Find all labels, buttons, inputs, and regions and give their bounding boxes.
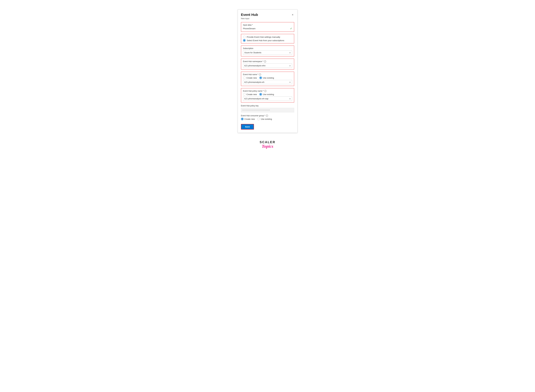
dialog-title: Event Hub	[241, 13, 258, 17]
dialog-body: Input alias * ✓ Provide Event Hub settin…	[238, 22, 297, 133]
policy-name-select[interactable]: k21-phoneanalysis-eh-sap ∨	[243, 97, 292, 101]
hub-name-chevron-icon: ∨	[289, 81, 291, 83]
consumer-group-info-icon[interactable]: i	[266, 115, 268, 117]
valid-check-icon: ✓	[290, 27, 292, 30]
dialog-subtitle: New input	[238, 18, 297, 22]
subscription-value: Azure for Students	[244, 51, 261, 54]
policy-name-create-option[interactable]: Create new	[243, 93, 257, 96]
provide-manual-radio[interactable]	[243, 36, 246, 38]
policy-name-existing-radio[interactable]	[259, 93, 262, 96]
hub-name-existing-label: Use existing	[263, 77, 274, 79]
namespace-info-icon[interactable]: i	[264, 60, 266, 63]
hub-name-existing-option[interactable]: Use existing	[259, 77, 274, 79]
input-alias-label: Input alias *	[243, 24, 292, 26]
dialog-header: Event Hub ×	[238, 9, 297, 18]
namespace-select[interactable]: k21-phoneanalysis-ehn ∨	[243, 64, 292, 68]
branding-scaler-text: SCALER	[260, 140, 275, 144]
policy-name-group: Event Hub policy name * i Create new Use…	[241, 88, 294, 103]
policy-name-label: Event Hub policy name * i	[243, 90, 292, 92]
policy-key-label: Event Hub policy key	[241, 105, 294, 107]
source-selection-group: Provide Event Hub settings manually Sele…	[241, 34, 294, 43]
subscription-group: Subscription Azure for Students ∨	[241, 46, 294, 56]
source-radio-group: Provide Event Hub settings manually Sele…	[243, 36, 292, 42]
select-subscription-option[interactable]: Select Event Hub from your subscriptions	[243, 39, 292, 42]
consumer-group-existing-radio[interactable]	[257, 118, 260, 120]
policy-name-radio-group: Create new Use existing	[243, 93, 292, 96]
consumer-group-create-option[interactable]: Create new	[241, 118, 255, 120]
hub-name-create-radio[interactable]	[243, 77, 246, 79]
branding-section: SCALER Topics	[260, 140, 275, 149]
subscription-chevron-icon: ∨	[289, 51, 291, 54]
input-alias-row: ✓	[243, 27, 292, 30]
select-subscription-label: Select Event Hub from your subscriptions	[247, 39, 284, 42]
select-subscription-radio[interactable]	[243, 39, 246, 42]
policy-name-existing-label: Use existing	[263, 93, 274, 96]
event-hub-dialog: Event Hub × New input Input alias * ✓	[238, 9, 298, 133]
policy-name-create-label: Create new	[246, 93, 257, 96]
namespace-value: k21-phoneanalysis-ehn	[244, 65, 265, 67]
namespace-label: Event Hub namespace * i	[243, 60, 292, 63]
hub-name-existing-radio[interactable]	[259, 77, 262, 79]
policy-name-info-icon[interactable]: i	[264, 90, 266, 92]
policy-key-value: •••••••••••••••••••••••••••	[241, 108, 294, 112]
input-alias-group: Input alias * ✓	[241, 22, 294, 32]
hub-name-create-label: Create new	[246, 77, 257, 79]
provide-manual-option[interactable]: Provide Event Hub settings manually	[243, 36, 292, 38]
hub-name-radio-group: Create new Use existing	[243, 77, 292, 79]
hub-name-info-icon[interactable]: i	[259, 73, 261, 76]
policy-name-chevron-icon: ∨	[289, 98, 291, 100]
save-button[interactable]: Save	[241, 124, 254, 130]
subscription-select[interactable]: Azure for Students ∨	[243, 51, 292, 55]
hub-name-value: k21-phoneanalysis-eh	[244, 81, 265, 83]
hub-name-label: Event Hub name * i	[243, 73, 292, 76]
namespace-chevron-icon: ∨	[289, 65, 291, 67]
hub-name-create-option[interactable]: Create new	[243, 77, 257, 79]
namespace-group: Event Hub namespace * i k21-phoneanalysi…	[241, 59, 294, 70]
hub-name-group: Event Hub name * i Create new Use existi…	[241, 72, 294, 86]
subscription-label: Subscription	[243, 47, 292, 50]
consumer-group-radio-group: Create new Use existing	[241, 118, 294, 120]
branding-topics-text: Topics	[262, 144, 273, 149]
hub-name-select[interactable]: k21-phoneanalysis-eh ∨	[243, 80, 292, 84]
consumer-group-label: Event Hub consumer group * i	[241, 115, 294, 117]
input-alias-field[interactable]	[243, 27, 290, 30]
consumer-group-existing-option[interactable]: Use existing	[257, 118, 272, 120]
consumer-group-create-label: Create new	[244, 118, 255, 120]
policy-name-value: k21-phoneanalysis-eh-sap	[244, 98, 268, 100]
consumer-group-existing-label: Use existing	[261, 118, 272, 120]
consumer-group-group: Event Hub consumer group * i Create new …	[241, 115, 294, 121]
policy-name-existing-option[interactable]: Use existing	[259, 93, 274, 96]
policy-key-group: Event Hub policy key •••••••••••••••••••…	[241, 105, 294, 112]
policy-name-create-radio[interactable]	[243, 93, 246, 96]
provide-manual-label: Provide Event Hub settings manually	[247, 36, 280, 38]
consumer-group-create-radio[interactable]	[241, 118, 243, 120]
close-button[interactable]: ×	[291, 13, 294, 17]
page-wrapper: Event Hub × New input Input alias * ✓	[238, 9, 298, 149]
